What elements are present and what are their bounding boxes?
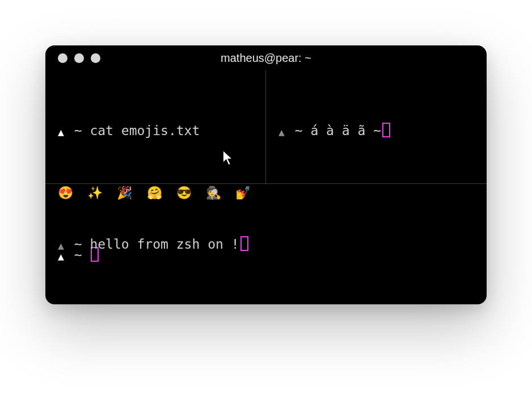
zoom-icon[interactable] [91,53,100,63]
command-text: cat emojis.txt [90,123,200,138]
traffic-lights [58,53,100,63]
window-titlebar[interactable]: matheus@pear: ~ [45,45,487,70]
terminal-window: matheus@pear: ~ ▲ ~ cat emojis.txt 😍 ✨ 🎉… [45,45,487,304]
pane-top-right[interactable]: ▲ ~ á à ä ã ~ [266,70,487,184]
pane-bottom[interactable]: ▲ ~ hello from zsh on ! [45,184,487,304]
input-text-after: ! [231,237,239,252]
input-text-before: hello from zsh on [90,237,231,252]
text-cursor [382,123,390,137]
minimize-icon[interactable] [74,53,84,63]
prompt-dir: ~ [74,123,82,138]
prompt-dir: ~ [295,123,303,138]
prompt-arrow-icon: ▲ [278,124,285,141]
window-title: matheus@pear: ~ [221,52,311,65]
terminal-panes: ▲ ~ cat emojis.txt 😍 ✨ 🎉 🤗 😎 🕵️ 💅 ▲ ~ ▲ … [45,70,487,304]
prompt-arrow-icon: ▲ [58,124,64,141]
prompt-arrow-icon: ▲ [58,238,64,254]
terminal-line: ▲ ~ cat emojis.txt [58,120,253,141]
input-text: á à ä ã ~ [310,123,381,138]
prompt-dir: ~ [74,237,82,252]
mouse-pointer-icon [222,150,235,167]
text-cursor [240,236,248,251]
pane-top-left[interactable]: ▲ ~ cat emojis.txt 😍 ✨ 🎉 🤗 😎 🕵️ 💅 ▲ ~ [45,70,266,184]
close-icon[interactable] [58,53,67,63]
terminal-line: ▲ ~ hello from zsh on ! [58,234,474,255]
terminal-line: ▲ ~ á à ä ã ~ [278,120,474,141]
